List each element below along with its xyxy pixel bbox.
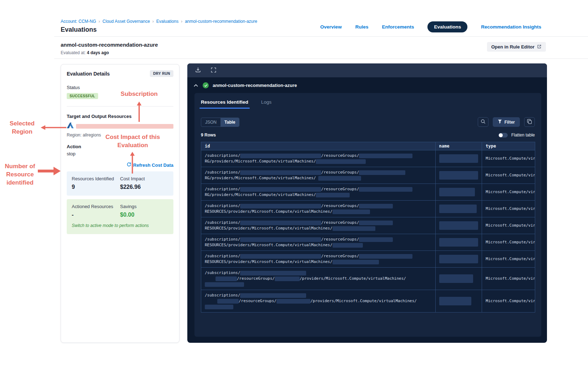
table-row[interactable]: /subscriptions//resourceGroups/RESOURCES… [201, 217, 535, 234]
status-badge: SUCCESSFUL [67, 93, 98, 99]
rows-count: 9 Rows [201, 133, 216, 138]
redacted-value [275, 277, 300, 281]
tab-logs[interactable]: Logs [261, 99, 272, 109]
redacted-value [240, 204, 321, 208]
open-rule-editor-label: Open in Rule Editor [491, 44, 534, 50]
breadcrumb-item[interactable]: Cloud Asset Governance [102, 19, 150, 24]
evaluation-output-panel: anmol-custom-recommendation-azure Resour… [187, 63, 547, 343]
redacted-value [277, 299, 310, 304]
tab-rules[interactable]: Rules [355, 24, 369, 30]
redacted-name [439, 238, 478, 247]
view-option-json[interactable]: JSON [201, 118, 220, 126]
tab-resources-identified[interactable]: Resources Identified [201, 99, 248, 109]
tab-overview[interactable]: Overview [320, 24, 342, 30]
redacted-name [439, 171, 478, 180]
redacted-value [240, 187, 321, 192]
cell-type: Microsoft.Compute/virtu [482, 201, 535, 217]
resources-table-body: /subscriptions//resourceGroups/RG/provid… [201, 150, 535, 312]
redacted-value [240, 221, 321, 225]
column-header-type[interactable]: type [482, 142, 535, 150]
redacted-value [205, 282, 244, 287]
savings-label: Savings [120, 204, 169, 209]
table-row[interactable]: /subscriptions//resourceGroups/RG/provid… [201, 184, 535, 201]
flatten-table-toggle[interactable] [498, 133, 508, 138]
redacted-name [439, 154, 478, 163]
cell-name [436, 150, 482, 167]
table-row[interactable]: /subscriptions//resourceGroups/RESOURCES… [201, 234, 535, 251]
view-option-table[interactable]: Table [220, 118, 239, 126]
cell-type: Microsoft.Compute/virtu [482, 184, 535, 200]
filter-button[interactable]: Filter [493, 117, 520, 127]
breadcrumb-separator: › [181, 19, 182, 24]
redacted-name [439, 221, 478, 230]
annotation-subscription: Subscription [116, 90, 162, 98]
console-rule-title: anmol-custom-recommendation-azure [213, 83, 297, 88]
redacted-value [318, 176, 361, 181]
copy-button[interactable] [524, 117, 535, 127]
table-row[interactable]: /subscriptions//resourceGroups/RESOURCES… [201, 251, 535, 268]
page-header: Account: CCM-NG›Cloud Asset Governance›E… [54, 0, 588, 37]
chevron-up-icon [194, 83, 198, 88]
breadcrumb-item[interactable]: Account: CCM-NG [61, 19, 96, 24]
table-row[interactable]: /subscriptions//resourceGroups/RG/provid… [201, 150, 535, 167]
cell-type: Microsoft.Compute/virtu [482, 167, 535, 184]
redacted-value [240, 254, 321, 259]
table-header: id name type [201, 142, 535, 150]
action-value: stop [67, 151, 173, 156]
tab-enforcements[interactable]: Enforcements [382, 24, 414, 30]
fullscreen-button[interactable] [210, 67, 217, 74]
download-icon [195, 67, 201, 74]
external-link-icon [537, 44, 542, 50]
cell-type: Microsoft.Compute/virtu [482, 217, 535, 234]
console-tabs: Resources Identified Logs [201, 99, 535, 109]
cell-type: Microsoft.Compute/virtu [482, 234, 535, 250]
redacted-value [333, 243, 363, 248]
table-row[interactable]: /subscriptions//resourceGroups//provider… [201, 268, 535, 290]
download-button[interactable] [194, 66, 202, 74]
actioned-stats-box: Actioned Resources - Savings $0.00 Switc… [67, 199, 173, 234]
tab-recommendation-insights[interactable]: Recommendation Insights [481, 24, 541, 30]
page-title: Evaluations [61, 26, 97, 33]
refresh-label: Refresh Cost Data [133, 162, 173, 168]
table-row[interactable]: /subscriptions//resourceGroups/RG/provid… [201, 167, 535, 184]
table-row[interactable]: /subscriptions//resourceGroups/RESOURCES… [201, 201, 535, 217]
column-header-name[interactable]: name [436, 142, 482, 150]
evaluation-result-header: anmol-custom-recommendation-azure [193, 82, 297, 89]
fullscreen-icon [211, 67, 216, 74]
cell-name [436, 290, 482, 312]
cost-impact-label: Cost Impact [120, 176, 169, 181]
identified-stats-box: Resources Identified 9 Cost Impact $226.… [67, 171, 173, 196]
evaluation-subheader: anmol-custom-recommendation-azure Evalua… [54, 37, 588, 59]
redacted-value [333, 210, 370, 214]
breadcrumb-item[interactable]: anmol-custom-recommendation-azure [185, 19, 257, 24]
redacted-value [359, 204, 393, 208]
redacted-value [359, 187, 412, 192]
table-row[interactable]: /subscriptions//resourceGroups//provider… [201, 290, 535, 312]
column-header-id[interactable]: id [201, 142, 436, 150]
open-rule-editor-button[interactable]: Open in Rule Editor [487, 42, 546, 52]
cell-id: /subscriptions//resourceGroups/RG/provid… [201, 150, 436, 167]
search-button[interactable] [478, 117, 488, 127]
redacted-value [240, 237, 321, 242]
redacted-value [333, 260, 379, 264]
copy-icon [527, 119, 532, 125]
search-icon [481, 119, 486, 125]
cell-type: Microsoft.Compute/virtu [482, 268, 535, 290]
redacted-value [333, 226, 375, 231]
cell-id: /subscriptions//resourceGroups/RESOURCES… [201, 217, 436, 234]
cost-impact-value: $226.96 [120, 184, 169, 190]
redacted-value [316, 193, 350, 197]
annotation-cost-impact: Cost Impact of this Evaluation [102, 133, 163, 150]
filter-label: Filter [505, 120, 515, 125]
collapse-button[interactable] [193, 82, 199, 89]
resources-panel: Resources Identified Logs JSON Table Fil… [194, 93, 541, 337]
tab-evaluations[interactable]: Evaluations [427, 21, 467, 32]
breadcrumb-item[interactable]: Evaluations [156, 19, 178, 24]
evaluation-details-card: Evaluation Details DRY RUN Status SUCCES… [61, 64, 179, 343]
redacted-value [316, 159, 366, 164]
cell-id: /subscriptions//resourceGroups/RG/provid… [201, 167, 436, 184]
status-label: Status [67, 85, 173, 90]
cell-type: Microsoft.Compute/virtu [482, 290, 535, 312]
breadcrumb-separator: › [98, 19, 100, 24]
cell-id: /subscriptions//resourceGroups//provider… [201, 290, 436, 312]
